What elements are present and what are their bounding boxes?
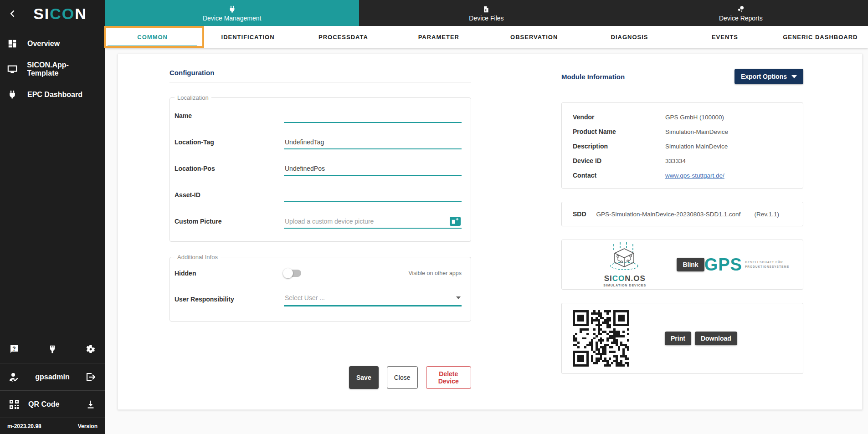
info-row-vendor: Vendor GPS GmbH (100000) (573, 110, 792, 124)
hidden-toggle[interactable] (284, 270, 301, 277)
sicon-os-name: SICON.OS (592, 274, 657, 283)
sidebar-item-label: EPC Dashboard (27, 91, 82, 99)
form-actions: Save Close Delete Device (349, 366, 471, 389)
subtab-label: IDENTIFICATION (221, 34, 275, 41)
delete-device-button[interactable]: Delete Device (426, 366, 472, 389)
location-pos-input[interactable]: UndefinedPos (284, 163, 462, 176)
device-subtabs: COMMON IDENTIFICATION PROCESSDATA PARAME… (105, 26, 868, 48)
logout-icon[interactable] (84, 370, 98, 384)
sidebar: SICON Overview SICON.App-Template EPC Da… (0, 0, 105, 434)
close-button[interactable]: Close (387, 366, 418, 389)
logo-text: O (62, 5, 75, 22)
add-picture-icon[interactable] (450, 217, 461, 226)
custom-picture-label: Custom Picture (175, 218, 284, 229)
logo-text: N (75, 5, 87, 22)
subtab-identification[interactable]: IDENTIFICATION (200, 26, 295, 48)
sidebar-item-epc-dashboard[interactable]: EPC Dashboard (0, 82, 105, 107)
subtab-processdata[interactable]: PROCESSDATA (296, 26, 391, 48)
subtab-diagnosis[interactable]: DIAGNOSIS (582, 26, 677, 48)
select-user-placeholder: Select User ... (285, 294, 325, 301)
subtab-label: PARAMETER (418, 34, 459, 41)
form-row-asset-id: Asset-ID (175, 189, 462, 202)
save-button[interactable]: Save (349, 366, 379, 389)
tab-device-management[interactable]: Device Management (105, 0, 359, 26)
user-responsibility-select[interactable]: Select User ... (284, 292, 462, 306)
tab-device-files[interactable]: Device Files (359, 0, 613, 26)
gps-logo-subtitle: GESELLSCHAFT FÜRPRODUKTIONSSYSTEME (745, 260, 789, 269)
device-info-panel: Vendor GPS GmbH (100000) Product Name Si… (561, 102, 803, 189)
configuration-section: Configuration Localization Name Location… (169, 69, 471, 389)
download-icon[interactable] (84, 398, 98, 411)
sdd-revision: (Rev.1.1) (754, 211, 792, 218)
active-tab-underline (108, 46, 197, 47)
product-name-value: Simulation-MainDevice (665, 128, 728, 135)
subtab-label: DIAGNOSIS (611, 34, 648, 41)
version-number: m-2023.20.98 (7, 423, 41, 429)
subtab-parameter[interactable]: PARAMETER (391, 26, 486, 48)
tab-label: Device Files (469, 15, 503, 22)
monitor-icon (6, 63, 18, 75)
sidebar-item-label: SICON.App-Template (27, 61, 98, 77)
sidebar-footer: ? gpsadmin (0, 336, 105, 434)
location-pos-label: Location-Pos (175, 165, 284, 176)
subtab-label: EVENTS (712, 34, 738, 41)
location-tag-input[interactable]: UndefinedTag (284, 137, 462, 149)
subtab-observation[interactable]: OBSERVATION (487, 26, 582, 48)
custom-picture-placeholder: Upload a custom device picture (285, 218, 374, 225)
file-icon (483, 4, 490, 13)
main-area: Device Management Device Files Device Re… (105, 0, 868, 434)
name-input[interactable] (284, 110, 462, 123)
print-button[interactable]: Print (665, 332, 691, 345)
subtab-label: OBSERVATION (510, 34, 558, 41)
content-area: Configuration Localization Name Location… (105, 48, 868, 434)
subtab-label: COMMON (137, 34, 168, 41)
info-row-contact: Contact www.gps-stuttgart.de/ (573, 168, 792, 183)
asset-id-input[interactable] (284, 189, 462, 202)
subtab-events[interactable]: EVENTS (677, 26, 772, 48)
localization-fieldset: Localization Name Location-Tag Undefined… (169, 94, 471, 242)
sidebar-item-overview[interactable]: Overview (0, 31, 105, 56)
sidebar-tools: ? (0, 336, 105, 363)
info-row-description: Description Simulation MainDevice (573, 139, 792, 153)
user-check-icon[interactable] (7, 370, 21, 384)
device-qr-code (573, 310, 629, 367)
sdd-panel: SDD GPS-Simulation-MainDevice-20230803-S… (561, 202, 803, 226)
subtab-label: GENERIC DASHBOARD (783, 34, 858, 41)
device-icon[interactable] (46, 342, 59, 356)
location-pos-value: UndefinedPos (285, 165, 325, 172)
module-information-header: Module Information Export Options (561, 69, 803, 84)
app-window: SICON Overview SICON.App-Template EPC Da… (0, 0, 868, 434)
qr-code-icon[interactable] (7, 398, 21, 411)
device-id-label: Device ID (573, 157, 665, 164)
help-icon[interactable]: ? (7, 342, 21, 356)
collapse-sidebar-icon[interactable] (5, 6, 20, 21)
location-tag-value: UndefinedTag (285, 138, 324, 146)
sicon-os-logo: SICON.OS SIMULATION DEVICES (592, 242, 657, 287)
sidebar-item-sicon-app-template[interactable]: SICON.App-Template (0, 56, 105, 82)
divider (169, 350, 471, 350)
qr-panel: Print Download (561, 303, 803, 374)
export-options-button[interactable]: Export Options (734, 69, 803, 84)
username: gpsadmin (21, 373, 84, 381)
gps-logo: GPS GESELLSCHAFT FÜRPRODUKTIONSSYSTEME (704, 255, 789, 275)
subtab-generic-dashboard[interactable]: GENERIC DASHBOARD (773, 26, 868, 48)
module-information-title: Module Information (561, 73, 625, 81)
user-responsibility-row: User Responsibility Select User ... (175, 292, 462, 306)
sidebar-qr-row: QR Code (0, 390, 105, 418)
name-label: Name (175, 112, 284, 123)
logo-text: C (50, 5, 62, 22)
subtab-label: PROCESSDATA (318, 34, 368, 41)
download-button[interactable]: Download (695, 332, 737, 345)
tab-label: Device Reports (719, 15, 763, 22)
blink-button[interactable]: Blink (677, 258, 704, 271)
gear-icon[interactable] (84, 342, 98, 356)
product-name-label: Product Name (573, 128, 665, 135)
contact-link[interactable]: www.gps-stuttgart.de/ (665, 172, 724, 179)
custom-picture-input[interactable]: Upload a custom device picture (284, 216, 462, 229)
bubbles-icon (737, 4, 745, 13)
additional-infos-legend: Additional Infos (175, 254, 221, 260)
tab-device-reports[interactable]: Device Reports (614, 0, 868, 26)
sidebar-user-row: gpsadmin (0, 363, 105, 390)
form-row-location-tag: Location-Tag UndefinedTag (175, 137, 462, 149)
subtab-common[interactable]: COMMON (105, 26, 200, 48)
